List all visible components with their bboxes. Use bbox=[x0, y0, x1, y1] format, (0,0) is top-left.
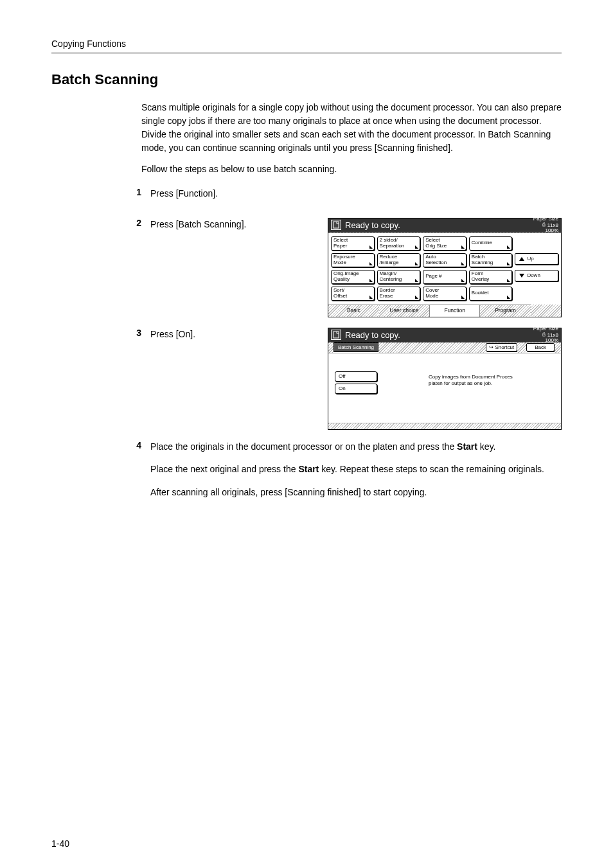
cover-mode-button[interactable]: CoverMode bbox=[423, 287, 466, 301]
select-paper-button[interactable]: SelectPaper bbox=[331, 236, 375, 251]
sort-offset-button[interactable]: Sort/Offset bbox=[331, 287, 375, 301]
breadcrumb: Copying Functions bbox=[51, 39, 562, 49]
document-icon bbox=[331, 330, 341, 340]
combine-button[interactable]: Combine bbox=[469, 236, 513, 251]
booklet-button[interactable]: Booklet bbox=[469, 287, 513, 301]
step-text: Place the next original and press the St… bbox=[150, 463, 562, 477]
step-number: 2 bbox=[122, 218, 141, 228]
back-button[interactable]: Back bbox=[526, 343, 555, 351]
intro-follow: Follow the steps as below to use batch s… bbox=[141, 164, 562, 174]
svg-rect-0 bbox=[333, 222, 339, 228]
tab-function[interactable]: Function bbox=[429, 305, 480, 317]
paper-size-value: 11x8 bbox=[547, 222, 558, 227]
arrow-icon: ↪ bbox=[489, 344, 493, 350]
on-button[interactable]: On bbox=[335, 384, 377, 394]
zoom-value: 100% bbox=[546, 227, 558, 233]
auto-selection-button[interactable]: AutoSelection bbox=[423, 253, 466, 267]
copier-panel-batch-scanning: Ready to copy. Paper Size ⎙ 11x8 100% Ba… bbox=[328, 328, 562, 430]
step-number: 4 bbox=[122, 440, 141, 450]
two-sided-button[interactable]: 2 sided/Separation bbox=[377, 236, 421, 251]
step-number: 1 bbox=[122, 187, 141, 197]
step-number: 3 bbox=[122, 328, 141, 338]
divider bbox=[51, 53, 562, 53]
titlebar: Ready to copy. Paper Size ⎙ 11x8 100% bbox=[328, 218, 561, 233]
tab-user-choice[interactable]: User choice bbox=[379, 305, 430, 317]
select-orig-size-button[interactable]: SelectOrig.Size bbox=[423, 236, 466, 251]
paper-size-label: Paper Size bbox=[533, 216, 558, 222]
triangle-up-icon bbox=[519, 257, 524, 261]
off-button[interactable]: Off bbox=[335, 371, 377, 382]
reduce-enlarge-button[interactable]: Reduce/Enlarge bbox=[377, 253, 421, 267]
page-number: 1-40 bbox=[51, 838, 69, 849]
tab-program[interactable]: Program bbox=[480, 305, 531, 317]
tab-basic[interactable]: Basic bbox=[328, 305, 379, 317]
document-icon bbox=[331, 220, 341, 230]
intro-paragraph: Scans multiple originals for a single co… bbox=[141, 101, 562, 155]
batch-scanning-button[interactable]: BatchScanning bbox=[469, 253, 513, 267]
step-text: Press [On]. bbox=[150, 328, 253, 342]
margin-centering-button[interactable]: Margin/Centering bbox=[377, 270, 421, 284]
step-text: Press [Function]. bbox=[150, 187, 562, 201]
step-text: After scanning all originals, press [Sca… bbox=[150, 486, 562, 500]
copier-panel-functions: Ready to copy. Paper Size ⎙ 11x8 100% Se… bbox=[328, 218, 562, 317]
triangle-down-icon bbox=[519, 274, 524, 278]
screen-label: Batch Scanning bbox=[333, 342, 378, 352]
help-text: Copy images from Document Proces platen … bbox=[382, 371, 557, 411]
orig-image-quality-button[interactable]: Orig.ImageQuality bbox=[331, 270, 375, 284]
titlebar: Ready to copy. Paper Size ⎙ 11x8 100% bbox=[328, 328, 561, 342]
border-erase-button[interactable]: BorderErase bbox=[377, 287, 421, 301]
paper-size-value: 11x8 bbox=[547, 332, 558, 337]
down-button[interactable]: Down bbox=[515, 270, 558, 281]
exposure-mode-button[interactable]: ExposureMode bbox=[331, 253, 375, 267]
step-text: Press [Batch Scanning]. bbox=[150, 218, 253, 232]
panel-title: Ready to copy. bbox=[345, 220, 400, 230]
svg-rect-1 bbox=[333, 332, 339, 338]
up-button[interactable]: Up bbox=[515, 253, 558, 265]
form-overlay-button[interactable]: FormOverlay bbox=[469, 270, 513, 284]
paper-size-label: Paper Size bbox=[533, 326, 558, 332]
panel-title: Ready to copy. bbox=[345, 330, 400, 340]
step-text: Place the originals in the document proc… bbox=[150, 440, 562, 454]
shortcut-button[interactable]: ↪ Shortcut bbox=[486, 343, 517, 351]
page-title: Batch Scanning bbox=[51, 71, 562, 88]
page-number-button[interactable]: Page # bbox=[423, 270, 466, 284]
